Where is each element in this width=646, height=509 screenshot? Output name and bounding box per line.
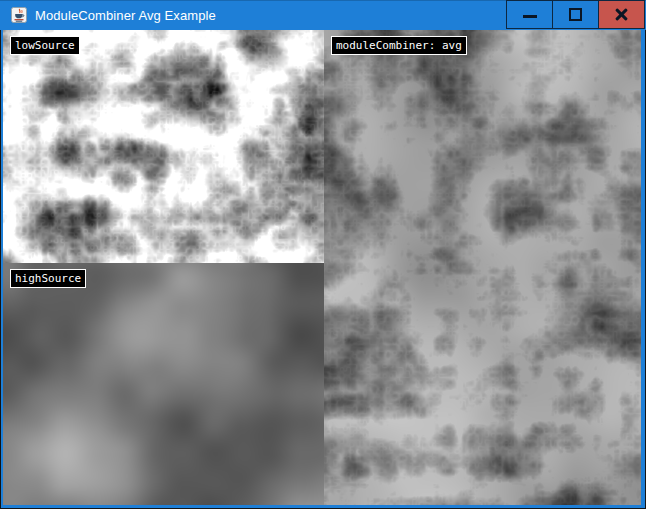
window-border-bottom bbox=[1, 505, 645, 508]
panel-lowsource: lowSource bbox=[3, 30, 324, 263]
panel-label-lowsource: lowSource bbox=[10, 36, 80, 55]
highsource-texture bbox=[3, 263, 324, 505]
minimize-button[interactable] bbox=[506, 0, 553, 29]
java-coffee-icon[interactable] bbox=[11, 7, 27, 23]
panel-label-modulecombiner: moduleCombiner: avg bbox=[331, 36, 467, 55]
window-controls bbox=[507, 0, 645, 29]
window-border-right bbox=[641, 30, 645, 505]
maximize-button[interactable] bbox=[552, 0, 599, 29]
maximize-icon bbox=[569, 8, 582, 21]
close-button[interactable] bbox=[598, 0, 645, 29]
titlebar[interactable]: ModuleCombiner Avg Example bbox=[0, 0, 646, 30]
panel-highsource: highSource bbox=[3, 263, 324, 505]
window-border-left bbox=[1, 30, 3, 505]
window-title: ModuleCombiner Avg Example bbox=[35, 8, 216, 23]
minimize-icon bbox=[523, 15, 537, 18]
panel-modulecombiner: moduleCombiner: avg bbox=[324, 30, 641, 505]
lowsource-texture bbox=[3, 30, 324, 263]
close-icon bbox=[614, 7, 629, 22]
modulecombiner-texture bbox=[324, 30, 641, 505]
app-window: ModuleCombiner Avg Example lowSource hig… bbox=[0, 0, 646, 509]
panel-label-highsource: highSource bbox=[10, 269, 86, 288]
